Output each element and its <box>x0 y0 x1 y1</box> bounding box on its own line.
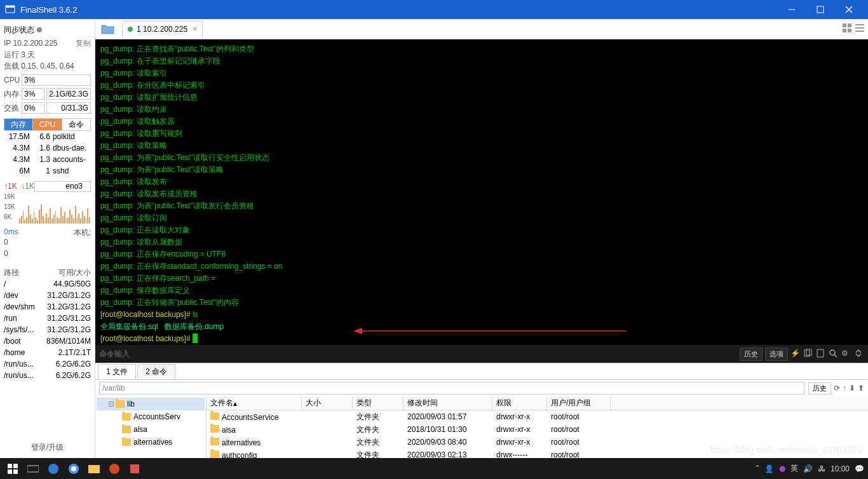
disk-row[interactable]: /boot836M/1014M <box>4 335 91 347</box>
refresh-icon[interactable]: ⟳ <box>834 384 840 393</box>
folder-tree[interactable]: ⊟libAccountsServalsaalternatives <box>95 396 207 458</box>
copy-icon[interactable] <box>803 349 813 359</box>
tree-node[interactable]: alternatives <box>97 436 205 449</box>
tree-node[interactable]: AccountsServ <box>97 410 205 423</box>
file-row[interactable]: alsa文件夹2018/10/31 01:30drwxr-xr-xroot/ro… <box>207 423 868 436</box>
disk-row[interactable]: /run/us...6.2G/6.2G <box>4 358 91 370</box>
tab-cpu[interactable]: CPU <box>33 119 62 130</box>
file-row[interactable]: authconfig文件夹2020/09/03 02:13drwx------r… <box>207 449 868 458</box>
tree-node[interactable]: alsa <box>97 423 205 436</box>
col-user[interactable]: 用户/用户组 <box>547 396 611 410</box>
up-icon[interactable]: ↑ <box>843 384 846 393</box>
login-button[interactable]: 登录/升级 <box>4 437 91 458</box>
uptime-label: 运行 3 天 <box>4 50 91 61</box>
svg-rect-7 <box>848 24 851 27</box>
col-mtime[interactable]: 修改时间 <box>403 396 492 410</box>
disk-row[interactable]: /home2.1T/2.1T <box>4 347 91 358</box>
svg-rect-3 <box>817 6 824 13</box>
svg-line-19 <box>834 354 837 357</box>
paste-icon[interactable] <box>816 349 826 359</box>
proc-row[interactable]: 6M1sshd <box>4 165 91 177</box>
copy-ip-button[interactable]: 复制 <box>76 38 91 49</box>
mem-value: 2.1G/62.3G <box>46 88 91 100</box>
edge-icon[interactable] <box>44 460 62 478</box>
tabbar: 1 10.2.200.225 × <box>95 19 868 39</box>
z2: 0 <box>4 249 91 260</box>
disk-row[interactable]: /44.9G/50G <box>4 278 91 290</box>
tray-ime[interactable]: 英 <box>790 463 798 474</box>
proc-row[interactable]: 4.3M1.6dbus-dae. <box>4 142 91 154</box>
bp-tab-files[interactable]: 1 文件 <box>98 364 136 379</box>
upload-icon[interactable]: ⬆ <box>858 384 864 393</box>
svg-rect-22 <box>8 469 12 474</box>
file-table: 文件名 ▴ 大小 类型 修改时间 权限 用户/用户组 AccountsServi… <box>207 396 868 458</box>
tab-close-button[interactable]: × <box>193 25 197 34</box>
net-dn-value: 1K <box>25 182 34 191</box>
command-bar: 历史 选项 ⚡ ⚙ <box>95 345 868 363</box>
disk-row[interactable]: /run/us...6.2G/6.2G <box>4 370 91 381</box>
command-input[interactable] <box>99 349 740 358</box>
col-name[interactable]: 文件名 ▴ <box>207 396 302 410</box>
tray-speaker-icon[interactable]: 🔊 <box>803 464 813 473</box>
explorer-icon[interactable] <box>85 460 103 478</box>
col-type[interactable]: 类型 <box>353 396 403 410</box>
download-icon[interactable]: ⬇ <box>849 384 855 393</box>
chrome-icon[interactable] <box>65 460 83 478</box>
connection-tab[interactable]: 1 10.2.200.225 × <box>122 21 203 37</box>
proc-row[interactable]: 17.5M6.6polkitd <box>4 131 91 142</box>
gear-icon[interactable]: ⚙ <box>841 349 851 359</box>
z1: 0 <box>4 238 91 249</box>
svg-rect-23 <box>13 469 18 474</box>
start-button[interactable] <box>4 460 22 478</box>
svg-point-18 <box>830 350 835 355</box>
disk-row[interactable]: /run31.2G/31.2G <box>4 313 91 324</box>
svg-rect-12 <box>855 30 864 32</box>
ppt-icon[interactable] <box>105 460 123 478</box>
file-row[interactable]: AccountsService文件夹2020/09/03 01:57drwxr-… <box>207 410 868 423</box>
disk-hdr-path: 路径 <box>4 267 42 278</box>
open-folder-button[interactable] <box>98 21 118 37</box>
tray-shield-icon[interactable]: ⬣ <box>779 464 785 473</box>
tab-cmd[interactable]: 命令 <box>62 119 90 130</box>
tree-node[interactable]: ⊟lib <box>97 398 205 410</box>
disk-row[interactable]: /sys/fs/...31.2G/31.2G <box>4 324 91 335</box>
svg-rect-1 <box>6 6 15 8</box>
svg-rect-8 <box>843 29 846 32</box>
search-icon[interactable] <box>829 349 839 359</box>
path-history-button[interactable]: 历史 <box>808 382 831 395</box>
ping-value: 0ms <box>4 227 18 238</box>
col-size[interactable]: 大小 <box>302 396 353 410</box>
sidebar: 同步状态 IP 10.2.200.225复制 运行 3 天 负载 0.15, 0… <box>0 19 95 458</box>
tray-time[interactable]: 10:00 <box>831 464 850 473</box>
app-icon[interactable] <box>126 460 144 478</box>
close-button[interactable] <box>834 0 863 19</box>
net-up-value: 1K <box>8 182 17 191</box>
proc-row[interactable]: 4.3M1.3accounts- <box>4 154 91 165</box>
bottom-panel: 1 文件 2 命令 历史 ⟳ ↑ ⬇ ⬆ ⊟libAccountsServals… <box>95 363 868 458</box>
disk-row[interactable]: /dev/shm31.2G/31.2G <box>4 301 91 313</box>
file-row[interactable]: alternatives文件夹2020/09/03 08:40drwxr-xr-… <box>207 436 868 449</box>
options-button[interactable]: 选项 <box>765 347 788 361</box>
net-if-select[interactable]: eno3 <box>34 181 91 192</box>
svg-rect-9 <box>848 29 851 32</box>
tray-up-icon[interactable]: ˄ <box>756 464 759 473</box>
taskview-icon[interactable] <box>24 460 42 478</box>
minimize-button[interactable] <box>777 0 806 19</box>
lightning-icon[interactable]: ⚡ <box>790 349 801 359</box>
tab-mem[interactable]: 内存 <box>4 119 33 130</box>
expand-icon[interactable] <box>854 349 864 359</box>
proc-tabs: 内存 CPU 命令 <box>4 118 91 131</box>
col-perm[interactable]: 权限 <box>492 396 547 410</box>
tray-people-icon[interactable]: 👤 <box>764 464 774 473</box>
maximize-button[interactable] <box>806 0 834 19</box>
svg-rect-11 <box>855 27 864 29</box>
tray-net-icon[interactable]: 🖧 <box>818 464 825 473</box>
list-view-icon[interactable] <box>855 24 864 34</box>
grid-view-icon[interactable] <box>843 24 851 34</box>
history-button[interactable]: 历史 <box>740 347 763 361</box>
path-input[interactable] <box>99 382 804 395</box>
tray-notif-icon[interactable]: 💬 <box>855 464 864 473</box>
disk-row[interactable]: /dev31.2G/31.2G <box>4 290 91 301</box>
bp-tab-cmd[interactable]: 2 命令 <box>137 364 175 379</box>
terminal[interactable]: pg_dump: 正在查找表"public.Test"的列和类型pg_dump:… <box>95 39 868 345</box>
